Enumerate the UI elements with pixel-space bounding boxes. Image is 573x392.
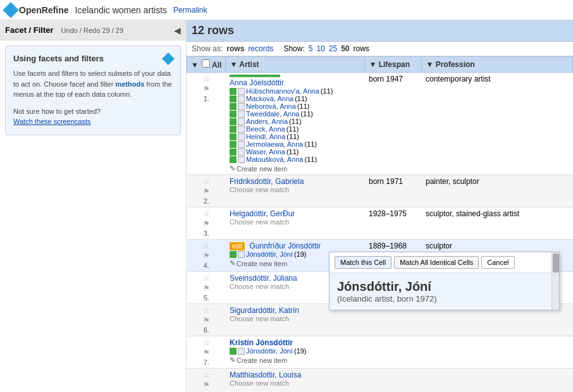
flag-icon[interactable]: ⚑ bbox=[203, 381, 210, 389]
match-link[interactable]: Macková, Anna bbox=[246, 95, 293, 102]
table-header-row: ▼ All ▼ Artist ▼ Lifespan ▼ Profession bbox=[187, 57, 573, 73]
star-icon[interactable]: ☆ bbox=[203, 75, 210, 83]
star-icon[interactable]: ☆ bbox=[203, 274, 210, 283]
show-as-label: Show as: bbox=[192, 44, 223, 53]
scroll-bar[interactable] bbox=[551, 252, 559, 310]
flag-icon[interactable]: ⚑ bbox=[203, 252, 210, 260]
select-all-checkbox[interactable] bbox=[202, 59, 210, 68]
choose-match-2[interactable]: Choose new match bbox=[230, 186, 361, 193]
match-link[interactable]: Jónsdóttir, Jóní bbox=[246, 250, 293, 258]
match-link[interactable]: Anders, Anna bbox=[246, 118, 288, 125]
match-item: Neborová, Anna (11) bbox=[230, 102, 361, 110]
match-this-cell-button[interactable]: Match this Cell bbox=[335, 256, 391, 269]
row-7-profession bbox=[422, 336, 573, 369]
match-link[interactable]: Jónsdóttir, Jóní bbox=[246, 347, 293, 355]
edit-button[interactable]: edit bbox=[230, 242, 245, 250]
match-link[interactable]: Beeck, Anna bbox=[246, 125, 285, 133]
watch-screencasts-link[interactable]: Watch these screencasts bbox=[13, 118, 90, 125]
collapse-icon[interactable]: ◀ bbox=[174, 25, 181, 35]
artist-name-6[interactable]: Sigurdardóttir, Katrín bbox=[230, 306, 299, 315]
not-sure-text: Not sure how to get started? Watch these… bbox=[13, 106, 173, 127]
match-link[interactable]: Matoušková, Anna bbox=[246, 156, 304, 163]
choose-match-3[interactable]: Choose new match bbox=[230, 218, 361, 226]
col-lifespan[interactable]: ▼ Lifespan bbox=[365, 57, 422, 73]
flag-icon[interactable]: ⚑ bbox=[203, 187, 210, 196]
checkbox[interactable] bbox=[230, 118, 237, 125]
artist-name-2[interactable]: Fridriksdottir, Gabriela bbox=[230, 177, 304, 186]
right-panel: 12 rows Show as: rows records Show: 5 10… bbox=[187, 20, 573, 392]
row-8-profession bbox=[422, 369, 573, 393]
cancel-button[interactable]: Cancel bbox=[481, 256, 514, 269]
popup-content: Jónsdóttir, Jóní (Icelandic artist, born… bbox=[330, 273, 559, 310]
artist-name-5[interactable]: Sveinsdóttir, Júliana bbox=[230, 274, 297, 283]
match-link[interactable]: Jermolaewa, Anna bbox=[246, 140, 304, 148]
flag-icon[interactable]: ⚑ bbox=[203, 85, 210, 94]
match-item: Tweeddale, Anna (11) bbox=[230, 110, 361, 118]
artist-name-7[interactable]: Kristín Jónsdóttir bbox=[230, 338, 293, 347]
row-8-actions: ☆ ⚑ 8. bbox=[187, 369, 226, 393]
checkbox[interactable] bbox=[230, 348, 237, 355]
create-new-item-7[interactable]: ✎Create new item bbox=[230, 356, 361, 364]
star-icon[interactable]: ☆ bbox=[203, 209, 210, 218]
artist-name-1[interactable]: Anna Jóelsdóttir bbox=[230, 78, 284, 87]
col-profession[interactable]: ▼ Profession bbox=[422, 57, 573, 73]
star-icon[interactable]: ☆ bbox=[203, 306, 210, 315]
checkbox[interactable] bbox=[230, 141, 237, 148]
records-view-link[interactable]: records bbox=[248, 44, 273, 53]
row-3-artist: Helgadóttir, GerÐur Choose new match bbox=[226, 207, 365, 240]
match-item: Beeck, Anna (11) bbox=[230, 125, 361, 133]
show-25[interactable]: 25 bbox=[329, 44, 337, 53]
row-1-profession: contemporary artist bbox=[422, 73, 573, 175]
col-all[interactable]: ▼ All bbox=[187, 57, 226, 73]
checkbox[interactable] bbox=[230, 111, 237, 118]
scroll-thumb[interactable] bbox=[553, 254, 559, 273]
star-icon[interactable]: ☆ bbox=[203, 371, 210, 379]
checkbox[interactable] bbox=[230, 156, 237, 163]
checkbox[interactable] bbox=[230, 103, 237, 110]
match-link[interactable]: Hübschmannov'a, Anna bbox=[246, 87, 319, 95]
flag-icon[interactable]: ⚑ bbox=[203, 284, 210, 293]
checkbox[interactable] bbox=[230, 95, 237, 102]
match-link[interactable]: Waser, Anna bbox=[246, 148, 285, 156]
fingerprint bbox=[238, 348, 245, 355]
row-1-artist: Anna Jóelsdóttir Hübschmannov'a, Anna (1… bbox=[226, 73, 365, 175]
rows-view-link[interactable]: rows bbox=[226, 44, 244, 53]
choose-match-6[interactable]: Choose new match bbox=[230, 315, 361, 322]
match-link[interactable]: Neborová, Anna bbox=[246, 102, 296, 110]
match-link[interactable]: Heindl, Anna bbox=[246, 133, 285, 140]
col-artist[interactable]: ▼ Artist bbox=[226, 57, 365, 73]
match-all-identical-button[interactable]: Match All Identical Cells bbox=[394, 256, 479, 269]
show-5[interactable]: 5 bbox=[309, 44, 313, 53]
star-icon[interactable]: ☆ bbox=[203, 242, 210, 250]
entity-desc: (Icelandic artist, born 1972) bbox=[337, 294, 551, 303]
choose-match-8[interactable]: Choose new match bbox=[230, 379, 361, 387]
checkbox[interactable] bbox=[230, 133, 237, 140]
rows-suffix: rows bbox=[354, 44, 369, 53]
checkbox[interactable] bbox=[230, 126, 237, 133]
flag-icon[interactable]: ⚑ bbox=[203, 316, 210, 325]
table-container: ▼ All ▼ Artist ▼ Lifespan ▼ Profession bbox=[187, 56, 573, 392]
row-num-4: 4. bbox=[204, 262, 209, 269]
checkbox[interactable] bbox=[230, 149, 237, 156]
artist-name-8[interactable]: Matthiasdottir, Louisa bbox=[230, 371, 301, 379]
checkbox[interactable] bbox=[230, 88, 237, 95]
match-link[interactable]: Tweeddale, Anna bbox=[246, 110, 299, 118]
permalink[interactable]: Permalink bbox=[173, 6, 207, 15]
create-new-item-1[interactable]: ✎Create new item bbox=[230, 164, 361, 173]
show-50[interactable]: 50 bbox=[341, 44, 349, 53]
show-10[interactable]: 10 bbox=[316, 44, 324, 53]
star-icon[interactable]: ☆ bbox=[203, 338, 210, 347]
star-icon[interactable]: ☆ bbox=[203, 177, 210, 186]
show-bar: Show as: rows records Show: 5 10 25 50 r… bbox=[187, 42, 573, 56]
row-3-lifespan: 1928–1975 bbox=[365, 207, 422, 240]
flag-icon[interactable]: ⚑ bbox=[203, 219, 210, 228]
flag-icon[interactable]: ⚑ bbox=[203, 348, 210, 357]
facet-filter-label: Facet / Filter bbox=[5, 25, 54, 35]
artist-name-4[interactable]: Gunnfríður Jónsdóttir bbox=[249, 242, 321, 250]
undo-redo-label[interactable]: Undo / Redo 29 / 29 bbox=[61, 27, 123, 34]
fingerprint bbox=[238, 88, 245, 95]
checkbox[interactable] bbox=[230, 251, 237, 258]
row-6-actions: ☆ ⚑ 6. bbox=[187, 304, 226, 336]
artist-name-3[interactable]: Helgadóttir, GerÐur bbox=[230, 209, 295, 218]
match-list-1: Hübschmannov'a, Anna (11) Macková, Anna … bbox=[230, 87, 361, 163]
